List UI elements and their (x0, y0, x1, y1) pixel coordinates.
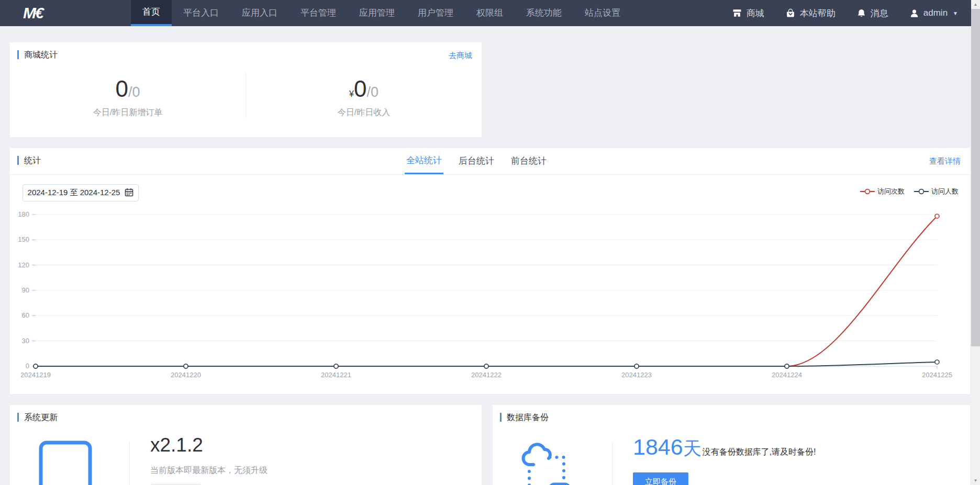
date-range-picker[interactable]: 2024-12-19 至 2024-12-25 (23, 184, 139, 201)
view-details-link[interactable]: 查看详情 (929, 156, 961, 166)
stat-income-value: ¥0/0 (246, 73, 482, 105)
nav-item-platform-entry[interactable]: 平台入口 (172, 0, 230, 26)
system-update-card: 系统更新 x2.1.2 当前版本即最新版本，无须升级 (10, 405, 482, 485)
tab-all-site[interactable]: 全站统计 (405, 148, 443, 174)
top-nav: M€ 首页平台入口应用入口平台管理应用管理用户管理权限组系统功能站点设置 商城本… (0, 0, 980, 26)
statistics-card: 统计 全站统计后台统计前台统计 查看详情 2024-12-19 至 2024-1… (10, 148, 970, 394)
days-without-backup: 1846 (633, 434, 683, 460)
nav-site-help-label: 本站帮助 (800, 7, 836, 19)
nav-item-permission-group[interactable]: 权限组 (465, 0, 515, 26)
logo[interactable]: M€ (23, 0, 43, 26)
nav-mall-label: 商城 (747, 7, 764, 19)
version-number: x2.1.2 (150, 434, 268, 456)
nav-item-user-manage[interactable]: 用户管理 (406, 0, 465, 26)
svg-text:20241221: 20241221 (321, 371, 351, 379)
nav-messages[interactable]: 消息 (856, 7, 888, 19)
db-backup-title: 数据库备份 (500, 413, 549, 422)
nav-admin[interactable]: admin▼ (909, 8, 958, 18)
svg-text:20241220: 20241220 (171, 371, 201, 379)
bell-icon (856, 8, 866, 18)
cloud-backup-icon (519, 441, 577, 485)
nav-admin-label: admin (923, 8, 948, 18)
caret-down-icon: ▼ (953, 10, 958, 16)
legend-item-0[interactable]: 访问次数 (860, 187, 905, 196)
legend-label-1: 访问人数 (931, 187, 959, 196)
main-menu: 首页平台入口应用入口平台管理应用管理用户管理权限组系统功能站点设置 (131, 0, 632, 26)
svg-text:180: 180 (18, 210, 29, 218)
nav-item-system-functions[interactable]: 系统功能 (515, 0, 573, 26)
mall-stats-row: 0/0今日/昨日新增订单¥0/0今日/昨日收入 (10, 73, 482, 118)
stat-income: ¥0/0今日/昨日收入 (246, 73, 482, 118)
system-update-content: x2.1.2 当前版本即最新版本，无须升级 (150, 434, 268, 485)
statistics-tabs: 全站统计后台统计前台统计 (398, 148, 555, 174)
statistics-title: 统计 (17, 156, 41, 165)
user-icon (909, 8, 919, 18)
date-range-value: 2024-12-19 至 2024-12-25 (28, 188, 120, 198)
nav-item-site-settings[interactable]: 站点设置 (573, 0, 632, 26)
svg-text:30: 30 (22, 337, 29, 345)
chart-legend: 访问次数访问人数 (860, 187, 959, 196)
legend-marker-icon (860, 188, 875, 195)
page-scrollbar[interactable]: ▲ ▼ (971, 0, 980, 485)
stat-orders-label: 今日/昨日新增订单 (10, 107, 246, 118)
svg-text:20241224: 20241224 (772, 371, 802, 379)
svg-text:20241222: 20241222 (471, 371, 502, 379)
stat-orders-value: 0/0 (10, 73, 246, 105)
nav-item-home[interactable]: 首页 (131, 0, 172, 26)
tab-frontend[interactable]: 前台统计 (509, 148, 548, 174)
legend-item-1[interactable]: 访问人数 (914, 187, 959, 196)
svg-text:20241219: 20241219 (20, 371, 51, 379)
stat-income-label: 今日/昨日收入 (246, 107, 482, 118)
go-mall-link[interactable]: 去商城 (449, 51, 472, 61)
scrollbar-down-arrow[interactable]: ▼ (971, 476, 980, 485)
system-update-title: 系统更新 (17, 413, 58, 422)
db-backup-content: 1846 天 没有备份数据库了,请及时备份! 立即备份 (633, 434, 816, 485)
nav-utilities: 商城本站帮助消息admin▼ (732, 0, 958, 26)
mall-stats-card: 商城统计 去商城 0/0今日/昨日新增订单¥0/0今日/昨日收入 (10, 42, 482, 137)
nav-item-platform-manage[interactable]: 平台管理 (289, 0, 348, 26)
divider (129, 442, 130, 485)
bag-icon (785, 8, 796, 18)
scrollbar-up-arrow[interactable]: ▲ (971, 0, 980, 9)
svg-text:60: 60 (22, 311, 29, 319)
mall-stats-title: 商城统计 (17, 50, 58, 59)
monitor-icon (36, 441, 95, 485)
version-status-text: 当前版本即最新版本，无须升级 (150, 465, 268, 476)
svg-text:90: 90 (22, 286, 29, 294)
backup-warning-text: 没有备份数据库了,请及时备份! (703, 447, 816, 458)
backup-now-button[interactable]: 立即备份 (633, 472, 688, 485)
tab-backend[interactable]: 后台统计 (457, 148, 496, 174)
legend-marker-icon (914, 188, 929, 195)
store-icon (732, 8, 742, 18)
nav-site-help[interactable]: 本站帮助 (785, 7, 836, 19)
db-backup-card: 数据库备份 1846 天 没有备份数据库了,请及时备份! 立即备份 (493, 405, 970, 485)
svg-text:150: 150 (18, 235, 29, 243)
header-divider (10, 174, 970, 175)
legend-label-0: 访问次数 (877, 187, 905, 196)
days-unit: 天 (683, 436, 701, 461)
svg-text:0: 0 (26, 362, 29, 370)
nav-item-app-entry[interactable]: 应用入口 (230, 0, 289, 26)
calendar-icon (125, 188, 133, 198)
svg-text:20241223: 20241223 (621, 371, 652, 379)
svg-text:120: 120 (18, 261, 29, 269)
nav-mall[interactable]: 商城 (732, 7, 764, 19)
scrollbar-thumb[interactable] (971, 9, 980, 346)
svg-text:20241225: 20241225 (922, 371, 952, 379)
visits-line-chart: 0306090120150180202412192024122020241221… (10, 200, 970, 384)
nav-messages-label: 消息 (871, 7, 888, 19)
divider (612, 442, 612, 485)
nav-item-app-manage[interactable]: 应用管理 (348, 0, 406, 26)
stat-orders: 0/0今日/昨日新增订单 (10, 73, 246, 118)
